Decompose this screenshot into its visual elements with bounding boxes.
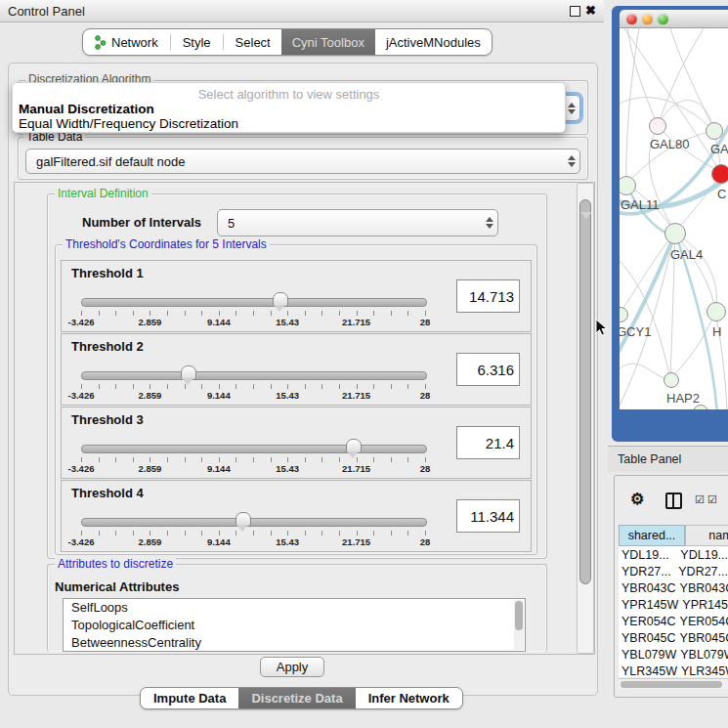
- threshold-slider[interactable]: -3.4262.8599.14415.4321.71528: [81, 437, 425, 474]
- cell[interactable]: YBR045C: [676, 631, 728, 645]
- cell[interactable]: YPR145W: [678, 598, 728, 612]
- number-of-intervals-combobox[interactable]: 5: [217, 209, 498, 236]
- network-node[interactable]: [620, 176, 636, 195]
- tab-cyni-toolbox-label: Cyni Toolbox: [292, 35, 364, 50]
- combobox-stepper-icon[interactable]: [482, 217, 497, 229]
- thresholds-group-title: Threshold's Coordinates for 5 Intervals: [63, 237, 270, 251]
- vertical-scrollbar[interactable]: [577, 183, 594, 654]
- scrollbar-thumb[interactable]: [579, 199, 591, 584]
- network-node-label: GAL80: [650, 137, 689, 151]
- cell[interactable]: YLR345W: [619, 664, 677, 678]
- cell[interactable]: YBL079W: [676, 648, 728, 662]
- cell[interactable]: YPR145W: [619, 598, 678, 612]
- algorithm-option-equal-width[interactable]: Equal Width/Frequency Discretization: [19, 116, 238, 131]
- column-header-name[interactable]: name: [685, 525, 728, 546]
- threshold-value-field[interactable]: 14.713: [456, 279, 520, 313]
- slider-track[interactable]: [81, 445, 427, 453]
- slider-thumb[interactable]: [346, 439, 362, 453]
- tab-network[interactable]: Network: [83, 29, 169, 55]
- threshold-value-field[interactable]: 11.344: [456, 499, 520, 533]
- table-row[interactable]: YDL19...YDL19...: [619, 546, 728, 563]
- tab-select[interactable]: Select: [225, 29, 281, 55]
- network-node-label: HAP2: [666, 391, 700, 406]
- threshold-slider[interactable]: -3.4262.8599.14415.4321.71528: [81, 290, 425, 327]
- network-canvas[interactable]: GAL80GACGAL11GAL4GCY1HHAP2: [620, 28, 728, 409]
- cell[interactable]: YLR345W: [677, 664, 728, 678]
- threshold-value-field[interactable]: 6.316: [456, 353, 520, 386]
- table-row[interactable]: YDR27...YDR27...: [619, 563, 728, 579]
- zoom-traffic-light-icon[interactable]: [658, 14, 668, 24]
- slider-track[interactable]: [81, 518, 427, 527]
- slider-track[interactable]: [81, 371, 427, 380]
- close-icon[interactable]: ✖: [585, 3, 596, 18]
- tab-jactivemnodules[interactable]: jActiveMNodules: [375, 29, 492, 55]
- combobox-stepper-icon[interactable]: [564, 155, 579, 167]
- slider-ticks: [81, 457, 426, 462]
- table-row[interactable]: YPR145WYPR145W: [619, 596, 728, 613]
- combobox-stepper-icon[interactable]: [564, 103, 579, 114]
- threshold-label: Threshold 4: [71, 486, 144, 500]
- apply-button[interactable]: Apply: [260, 657, 324, 677]
- network-node[interactable]: [664, 223, 686, 244]
- network-node[interactable]: [711, 164, 728, 184]
- table-row[interactable]: YBR045CYBR045C: [619, 629, 728, 646]
- columns-icon[interactable]: [665, 492, 682, 509]
- network-node[interactable]: [693, 405, 708, 409]
- table-row[interactable]: YER054CYER054C: [619, 613, 728, 629]
- tab-cyni-toolbox[interactable]: Cyni Toolbox: [281, 29, 375, 55]
- cell[interactable]: YDR27...: [619, 565, 674, 578]
- control-panel-titlebar: Control Panel ✖: [0, 0, 604, 22]
- algorithm-option-manual[interactable]: Manual Discretization: [19, 102, 154, 116]
- cell[interactable]: YBR043C: [676, 581, 728, 595]
- column-header-shared-name[interactable]: shared...: [619, 525, 685, 546]
- threshold-slider[interactable]: -3.4262.8599.14415.4321.71528: [81, 510, 425, 547]
- threshold-value-field[interactable]: 21.4: [456, 426, 520, 459]
- close-traffic-light-icon[interactable]: [626, 14, 637, 24]
- tab-style[interactable]: Style: [172, 29, 222, 55]
- table-row[interactable]: YBR043CYBR043C: [619, 579, 728, 596]
- threshold-slider[interactable]: -3.4262.8599.14415.4321.71528: [81, 364, 425, 401]
- list-item[interactable]: BetweennessCentrality: [64, 634, 525, 652]
- tab-infer-network[interactable]: Infer Network: [356, 688, 462, 708]
- cell[interactable]: YDL19...: [676, 548, 728, 562]
- table-data-combobox[interactable]: galFiltered.sif default node: [25, 149, 580, 174]
- cell[interactable]: YER054C: [619, 615, 676, 628]
- scrollbar-thumb[interactable]: [621, 681, 722, 688]
- tab-select-label: Select: [236, 35, 271, 50]
- tab-impute-data[interactable]: Impute Data: [141, 688, 238, 708]
- table-row[interactable]: YLR345WYLR345W: [619, 663, 728, 677]
- scrollbar-thumb[interactable]: [515, 601, 523, 630]
- gear-icon[interactable]: ⚙: [630, 490, 644, 508]
- cell[interactable]: YBL079W: [619, 648, 676, 662]
- attributes-group-title: Attributes to discretize: [55, 557, 176, 571]
- slider-thumb[interactable]: [273, 292, 288, 307]
- cell[interactable]: YDL19...: [619, 548, 676, 562]
- checkbox-icon[interactable]: ☑: [707, 493, 717, 506]
- list-item[interactable]: TopologicalCoefficient: [64, 617, 525, 634]
- table-data-combobox-value: galFiltered.sif default node: [26, 154, 564, 169]
- network-node[interactable]: [649, 117, 666, 135]
- network-view-window: GAL80GACGAL11GAL4GCY1HHAP2: [612, 6, 728, 442]
- minimize-traffic-light-icon[interactable]: [642, 14, 653, 24]
- tab-discretize-data[interactable]: Discretize Data: [238, 688, 355, 708]
- float-window-icon[interactable]: [570, 6, 580, 17]
- node-table[interactable]: YDL19...YDL19... YDR27...YDR27... YBR043…: [619, 546, 728, 677]
- slider-track[interactable]: [81, 298, 427, 307]
- network-node[interactable]: [620, 307, 628, 322]
- cell[interactable]: YER054C: [676, 615, 728, 628]
- cell[interactable]: YDR27...: [674, 565, 728, 578]
- checkbox-icon[interactable]: ☑: [695, 493, 705, 506]
- network-node[interactable]: [707, 302, 726, 321]
- numerical-attributes-list[interactable]: SelfLoops TopologicalCoefficient Between…: [63, 598, 526, 652]
- cell[interactable]: YBR043C: [619, 581, 676, 595]
- horizontal-scrollbar[interactable]: [619, 678, 728, 689]
- slider-thumb[interactable]: [236, 512, 251, 527]
- list-scrollbar[interactable]: [514, 600, 524, 650]
- slider-thumb[interactable]: [181, 365, 196, 380]
- table-panel-title: Table Panel: [618, 452, 681, 466]
- list-item[interactable]: SelfLoops: [64, 599, 525, 617]
- network-node[interactable]: [664, 372, 679, 388]
- cell[interactable]: YBR045C: [619, 631, 676, 645]
- table-row[interactable]: YBL079WYBL079W: [619, 646, 728, 663]
- network-node[interactable]: [706, 122, 723, 140]
